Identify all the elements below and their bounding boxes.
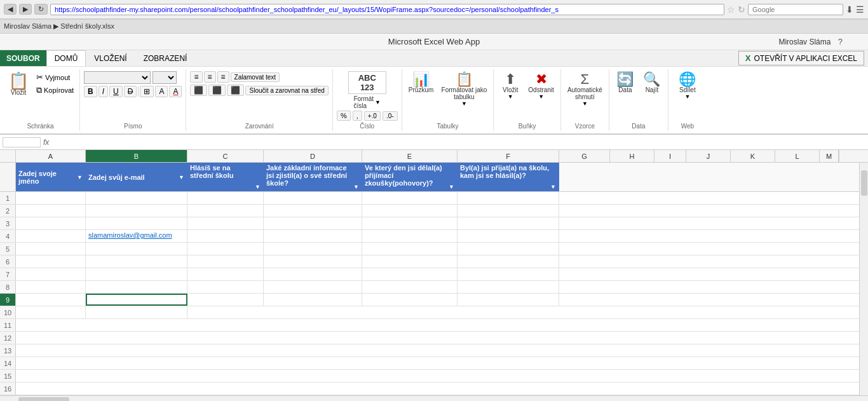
paste-button[interactable]: 📋 Vložit: [5, 71, 32, 98]
cell-2-A[interactable]: [16, 205, 86, 217]
col-header-E[interactable]: E: [362, 150, 458, 162]
wrap-text-button[interactable]: Zalamovat text: [231, 72, 280, 82]
cell-2-C[interactable]: [187, 205, 264, 217]
strikethrough-button[interactable]: D: [124, 86, 137, 97]
cell-1-A[interactable]: [16, 192, 86, 204]
align-center-button[interactable]: ⬛: [208, 85, 226, 96]
align-top-left-button[interactable]: ≡: [190, 71, 202, 83]
cell-6-E[interactable]: [362, 255, 458, 268]
cut-button[interactable]: ✂ Vyjmout: [34, 72, 76, 83]
cell-6-D[interactable]: [264, 255, 362, 268]
url-input[interactable]: [50, 4, 724, 15]
cell-7-F[interactable]: [458, 268, 559, 280]
cell-10-B[interactable]: [86, 306, 187, 318]
header-D-dropdown[interactable]: ▼: [353, 184, 359, 190]
table-header-cell-D[interactable]: Jaké základní informace jsi zjistil(a) o…: [264, 163, 362, 191]
pruzkum-button[interactable]: 📊 Průzkum: [406, 71, 437, 95]
cell-1-D[interactable]: [264, 192, 362, 204]
align-top-right-button[interactable]: ≡: [217, 71, 229, 83]
cell-8-C[interactable]: [187, 281, 264, 293]
cell-2-D[interactable]: [264, 205, 362, 217]
italic-button[interactable]: I: [98, 86, 108, 97]
cell-1-C[interactable]: [187, 192, 264, 204]
cell-6-A[interactable]: [16, 255, 86, 268]
cell-8-D[interactable]: [264, 281, 362, 293]
cell-reference-input[interactable]: [3, 137, 41, 147]
table-header-cell-E[interactable]: Ve který den jsi dělal(a) přijímací zkou…: [362, 163, 458, 191]
refresh-button[interactable]: ↻: [34, 4, 48, 15]
help-icon[interactable]: ?: [838, 37, 843, 46]
cell-1-E[interactable]: [362, 192, 458, 204]
col-header-B[interactable]: B: [86, 150, 187, 162]
col-header-C[interactable]: C: [187, 150, 264, 162]
header-A-dropdown[interactable]: ▼: [77, 174, 83, 180]
col-header-H[interactable]: H: [610, 150, 654, 162]
align-left-button[interactable]: ⬛: [190, 85, 207, 96]
share-button[interactable]: 🌐 Sdílet ▼: [676, 71, 698, 101]
cell-8-E[interactable]: [362, 281, 458, 293]
cell-4-A[interactable]: [16, 230, 86, 242]
border-button[interactable]: ⊞: [140, 86, 154, 97]
scroll-thumb-horizontal[interactable]: [18, 397, 69, 402]
cell-5-C[interactable]: [187, 243, 264, 255]
bold-button[interactable]: B: [84, 86, 97, 97]
cell-7-E[interactable]: [362, 268, 458, 280]
cell-3-F[interactable]: [458, 217, 559, 229]
cell-6-F[interactable]: [458, 255, 559, 268]
merge-center-button[interactable]: Sloučit a zarovnat na střed: [245, 86, 328, 95]
cell-7-C[interactable]: [187, 268, 264, 280]
cell-5-D[interactable]: [264, 243, 362, 255]
cell-9-B-selected[interactable]: [86, 294, 187, 306]
data-button[interactable]: 🔄 Data: [613, 71, 637, 95]
cell-7-D[interactable]: [264, 268, 362, 280]
forward-button[interactable]: ▶: [19, 4, 32, 15]
cell-2-E[interactable]: [362, 205, 458, 217]
formula-input[interactable]: [51, 137, 865, 147]
cell-10-A[interactable]: [16, 306, 86, 318]
col-header-M[interactable]: M: [820, 150, 839, 162]
increase-decimal-button[interactable]: +.0: [364, 111, 381, 121]
header-E-dropdown[interactable]: ▼: [449, 184, 454, 190]
tab-soubor[interactable]: SOUBOR: [0, 50, 46, 66]
cell-2-F[interactable]: [458, 205, 559, 217]
cell-3-A[interactable]: [16, 217, 86, 229]
align-top-center-button[interactable]: ≡: [204, 71, 216, 83]
insert-button[interactable]: ⬆ Vložit ▼: [498, 71, 523, 101]
delete-button[interactable]: ✖ Odstranit ▼: [526, 71, 557, 101]
cell-3-B[interactable]: [86, 217, 187, 229]
cell-8-F[interactable]: [458, 281, 559, 293]
col-header-I[interactable]: I: [654, 150, 686, 162]
comma-button[interactable]: ,: [353, 111, 362, 121]
find-button[interactable]: 🔍 Najít: [640, 71, 664, 95]
cell-5-E[interactable]: [362, 243, 458, 255]
cell-3-D[interactable]: [264, 217, 362, 229]
autosum-button[interactable]: Σ Automatickéshrnutí ▼: [565, 71, 605, 108]
table-header-cell-B[interactable]: Zadej svůj e-mail ▼: [86, 163, 187, 191]
search-input[interactable]: [748, 4, 843, 15]
cell-7-A[interactable]: [16, 268, 86, 280]
cell-5-B[interactable]: [86, 243, 187, 255]
tab-vlozeni[interactable]: VLOŽENÍ: [86, 50, 135, 66]
fill-color-button[interactable]: A: [155, 86, 168, 97]
cell-8-A[interactable]: [16, 281, 86, 293]
cell-9-A[interactable]: [16, 294, 86, 306]
col-header-F[interactable]: F: [458, 150, 559, 162]
cell-6-C[interactable]: [187, 255, 264, 268]
col-header-L[interactable]: L: [775, 150, 820, 162]
header-C-dropdown[interactable]: ▼: [255, 184, 261, 190]
header-B-dropdown[interactable]: ▼: [179, 174, 184, 180]
percent-button[interactable]: %: [337, 111, 351, 121]
table-header-cell-F[interactable]: Byl(a) jsi přijat(a) na školu, kam jsi s…: [458, 163, 559, 191]
header-F-dropdown[interactable]: ▼: [550, 184, 556, 190]
cell-4-E[interactable]: [362, 230, 458, 242]
cell-9-D[interactable]: [264, 294, 362, 306]
scroll-thumb-vertical[interactable]: [861, 170, 867, 196]
cell-3-E[interactable]: [362, 217, 458, 229]
tab-zobrazeni[interactable]: ZOBRAZENÍ: [135, 50, 196, 66]
col-header-K[interactable]: K: [731, 150, 775, 162]
copy-button[interactable]: ⧉ Kopírovat: [34, 85, 76, 96]
font-name-select[interactable]: [84, 71, 151, 84]
font-color-button[interactable]: A: [169, 86, 182, 97]
back-button[interactable]: ◀: [4, 4, 17, 15]
decrease-decimal-button[interactable]: .0-: [383, 111, 398, 121]
